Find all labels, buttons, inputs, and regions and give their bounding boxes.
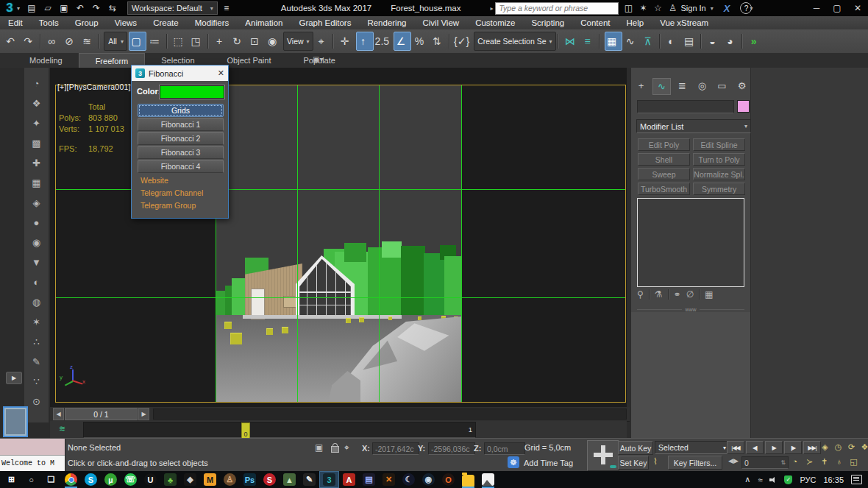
select-and-manipulate-icon[interactable]: ✛ bbox=[338, 32, 355, 50]
render-setup-icon[interactable]: ▤ bbox=[683, 32, 699, 50]
fibonacci-3-button[interactable]: Fibonacci 3 bbox=[138, 146, 224, 159]
window-crossing-icon[interactable]: ◳ bbox=[189, 32, 205, 50]
menu-item[interactable]: Rendering bbox=[359, 16, 414, 29]
speedtree-icon[interactable]: ♣ bbox=[160, 471, 180, 488]
gravity-icon[interactable]: ♁ bbox=[833, 456, 845, 467]
ribbon-more-icon[interactable]: ▣▾ bbox=[313, 55, 323, 63]
unreal-icon[interactable]: U bbox=[140, 471, 160, 488]
notification-center-icon[interactable] bbox=[851, 475, 862, 484]
id-spheres-icon[interactable]: ⊙ bbox=[29, 395, 45, 408]
y-coordinate-field[interactable]: -2596,036c bbox=[428, 442, 475, 455]
folder-icon[interactable] bbox=[458, 471, 478, 488]
utilities-tab[interactable]: ⚙ bbox=[733, 78, 750, 93]
dialog-title-bar[interactable]: 3 Fibonacci ✕ bbox=[132, 66, 228, 81]
lattice-tool-icon[interactable]: ❖ bbox=[29, 96, 45, 110]
steam-icon[interactable]: ◉ bbox=[419, 471, 438, 488]
menu-item[interactable]: Group bbox=[67, 16, 107, 29]
select-by-name-icon[interactable]: ≔ bbox=[148, 32, 164, 50]
save-file-icon[interactable]: ▣ bbox=[57, 1, 71, 15]
telegram-channel-link[interactable]: Telegram Channel bbox=[140, 188, 203, 197]
communication-center-icon[interactable]: ✶ bbox=[636, 1, 650, 15]
pins-tool-icon[interactable]: ∴ bbox=[29, 335, 45, 348]
rendered-frame-window-icon[interactable]: ◒ bbox=[706, 32, 722, 50]
set-key-button[interactable]: Set Key bbox=[618, 456, 649, 470]
walkthrough-icon[interactable]: ✝ bbox=[818, 456, 830, 467]
set-key-big-button[interactable] bbox=[587, 440, 619, 471]
named-selection-sets-icon[interactable]: {✓} bbox=[454, 32, 472, 50]
selection-lock-icon[interactable] bbox=[331, 446, 339, 453]
time-slider-handle[interactable]: 0 / 1 bbox=[65, 408, 138, 420]
substance-icon[interactable]: S bbox=[260, 471, 280, 488]
menu-item[interactable]: Civil View bbox=[414, 16, 467, 29]
toggle-scene-explorer-icon[interactable]: ▦ bbox=[605, 32, 622, 51]
rectangular-selection-region-icon[interactable]: ⬚ bbox=[171, 32, 188, 50]
menu-item[interactable]: Create bbox=[145, 16, 187, 29]
search-expand-icon[interactable]: ▸ bbox=[490, 5, 493, 12]
grids-button[interactable]: Grids bbox=[138, 104, 224, 117]
lattice2-tool-icon[interactable]: ✦ bbox=[29, 116, 45, 130]
isolate-selection-icon[interactable]: ▣ bbox=[315, 442, 323, 453]
current-frame-field[interactable]: 0⇅ bbox=[741, 456, 789, 469]
color-swatch[interactable] bbox=[160, 85, 224, 99]
speaker-icon[interactable] bbox=[769, 477, 777, 483]
3dsmax-icon[interactable]: 3 bbox=[319, 471, 339, 488]
time-configuration-icon[interactable]: ❖ bbox=[858, 441, 868, 453]
toolbar-icon[interactable] bbox=[332, 32, 337, 50]
search-communities-icon[interactable]: ◫ bbox=[622, 1, 635, 15]
terrain-app-icon[interactable]: ▲ bbox=[280, 471, 299, 488]
mirror-icon[interactable]: ⋈ bbox=[563, 32, 580, 50]
sign-in-caret-icon[interactable]: ▾ bbox=[711, 5, 714, 12]
show-end-result-icon[interactable]: ⚗ bbox=[655, 289, 663, 300]
search-input[interactable]: Type a keyword or phrase bbox=[495, 2, 619, 15]
clock[interactable]: 16:35 bbox=[823, 475, 844, 484]
default-in-out-tangents-icon[interactable]: ◷ bbox=[832, 441, 844, 453]
transform-tool-icon[interactable]: ✚ bbox=[29, 156, 45, 169]
maximize-button[interactable]: ▢ bbox=[827, 1, 847, 15]
checker-tool-icon[interactable]: ▦ bbox=[29, 176, 45, 189]
make-unique-icon[interactable]: ⚭ bbox=[674, 289, 681, 300]
add-time-tag-label[interactable]: Add Time Tag bbox=[524, 459, 573, 467]
menu-item[interactable]: Graph Editors bbox=[291, 16, 359, 29]
star-tool-icon[interactable]: ✶ bbox=[29, 315, 45, 328]
fibonacci-4-button[interactable]: Fibonacci 4 bbox=[138, 160, 224, 173]
isolate-toggle-icon[interactable]: ≻ bbox=[803, 456, 816, 467]
modifier-shortcut-button[interactable]: Symmetry bbox=[693, 183, 745, 195]
menu-item[interactable]: Scripting bbox=[523, 16, 572, 29]
x-coordinate-field[interactable]: -2017,642c bbox=[372, 442, 419, 455]
object-name-field[interactable] bbox=[637, 100, 734, 113]
time-slider-track[interactable] bbox=[153, 409, 627, 420]
modifier-shortcut-button[interactable]: TurboSmooth bbox=[638, 183, 690, 195]
spinner-snap-icon[interactable]: ⇅ bbox=[430, 32, 447, 50]
previous-frame-button[interactable]: ◀| bbox=[746, 441, 764, 454]
autodesk-x-icon[interactable]: ✕ bbox=[379, 471, 399, 488]
go-to-start-button[interactable]: |◀◀ bbox=[727, 441, 744, 454]
bucket-tool-icon[interactable]: ▼ bbox=[29, 255, 45, 269]
modifier-list-dropdown[interactable]: Modifier List ▾ bbox=[636, 119, 751, 133]
modifier-shortcut-button[interactable]: Normalize Spl. bbox=[693, 168, 745, 180]
project-folder-icon[interactable]: ⇆ bbox=[105, 1, 120, 15]
website-link[interactable]: Website bbox=[140, 176, 168, 185]
arc-tool-icon[interactable]: ◔ bbox=[29, 77, 45, 90]
fibonacci-2-button[interactable]: Fibonacci 2 bbox=[138, 132, 224, 145]
photoshop-icon[interactable]: Ps bbox=[240, 471, 260, 488]
loop-animation-icon[interactable]: ⟳ bbox=[845, 441, 858, 453]
search-taskbar-icon[interactable]: ○ bbox=[21, 471, 41, 488]
named-selection-dropdown[interactable]: Create Selection Se▾ bbox=[474, 32, 555, 51]
time-next-button[interactable]: ▶ bbox=[138, 408, 149, 420]
toolbar-icon[interactable] bbox=[700, 32, 705, 50]
key-filters-icon[interactable]: ⌇ bbox=[653, 456, 658, 467]
minimize-button[interactable]: ─ bbox=[806, 1, 827, 15]
origin-icon[interactable]: O bbox=[438, 471, 458, 488]
motion-tab[interactable]: ◎ bbox=[694, 78, 711, 93]
menu-item[interactable]: Vue xStream bbox=[652, 16, 716, 29]
app-menu-caret-icon[interactable]: ▾ bbox=[17, 5, 20, 12]
select-and-place-icon[interactable]: ◉ bbox=[266, 32, 282, 50]
transform-gizmo-icon[interactable]: ⌖ bbox=[344, 442, 349, 453]
modifier-shortcut-button[interactable]: Sweep bbox=[638, 168, 690, 180]
use-pivot-point-icon[interactable]: ⌖ bbox=[315, 32, 331, 50]
time-prev-button[interactable]: ◀ bbox=[53, 408, 64, 420]
menu-item[interactable]: Edit bbox=[0, 16, 31, 29]
open-file-icon[interactable]: ▱ bbox=[40, 1, 55, 15]
create-tab[interactable]: + bbox=[633, 78, 650, 93]
autocad-icon[interactable]: A bbox=[339, 471, 359, 488]
